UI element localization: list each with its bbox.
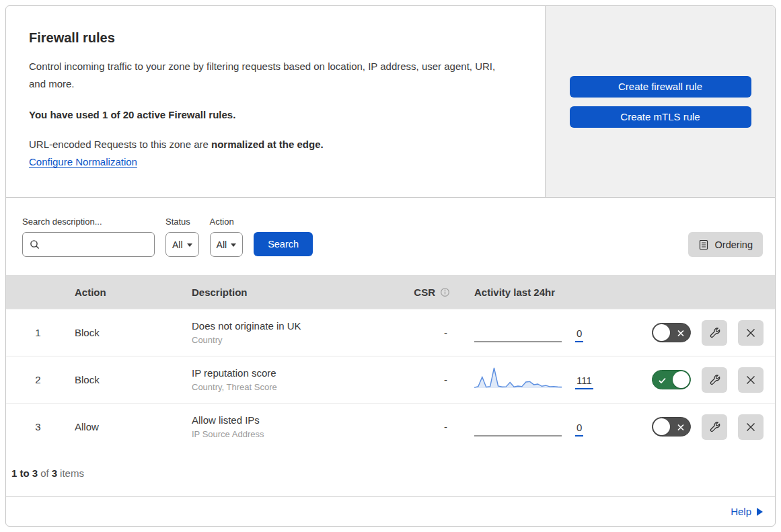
rule-enabled-toggle[interactable] — [652, 417, 691, 436]
table-header: Action Description CSR Activity last 24h… — [6, 275, 775, 309]
close-icon — [746, 422, 755, 432]
check-icon — [659, 374, 666, 385]
search-input[interactable] — [44, 239, 154, 251]
edit-rule-button[interactable] — [702, 414, 727, 440]
edit-rule-button[interactable] — [702, 367, 727, 393]
rule-description: Allow listed IPs — [192, 414, 396, 426]
rule-action: Allow — [70, 421, 188, 432]
items-label: items — [60, 467, 84, 479]
rule-description: Does not originate in UK — [192, 320, 396, 332]
actions-panel: Create firewall rule Create mTLS rule — [545, 6, 775, 197]
edit-rule-button[interactable] — [702, 320, 727, 346]
rule-controls — [622, 367, 775, 393]
rule-action: Block — [70, 327, 188, 338]
filter-bar: Search description... Status All Action … — [6, 198, 775, 275]
page-description: Control incoming traffic to your zone by… — [29, 58, 510, 93]
activity-count-link[interactable]: 0 — [575, 329, 583, 342]
chevron-down-icon — [231, 243, 236, 247]
help-bar: Help — [6, 497, 775, 526]
status-value: All — [172, 239, 183, 250]
ordering-list-icon — [698, 239, 709, 250]
wrench-icon — [709, 421, 720, 432]
activity-count-link[interactable]: 0 — [575, 423, 583, 436]
rule-criteria: Country, Threat Score — [192, 382, 396, 392]
rule-description-cell: Does not originate in UK Country — [188, 320, 396, 345]
col-activity: Activity last 24hr — [454, 287, 622, 298]
col-description: Description — [188, 287, 396, 298]
x-icon — [677, 421, 684, 432]
rule-enabled-toggle[interactable] — [652, 370, 691, 389]
rule-priority: 2 — [6, 374, 70, 385]
page-title: Firewall rules — [29, 30, 525, 46]
delete-rule-button[interactable] — [738, 414, 764, 440]
action-value: All — [217, 239, 227, 250]
items-range: 1 to 3 — [11, 467, 38, 479]
x-icon — [677, 327, 684, 338]
info-icon[interactable] — [440, 287, 450, 297]
rule-csr: - — [396, 374, 454, 385]
close-icon — [746, 375, 755, 385]
toggle-knob — [653, 418, 670, 435]
wrench-icon — [709, 374, 720, 385]
pagination-summary: 1 to 3 of 3 items — [6, 450, 775, 497]
search-icon — [30, 239, 40, 250]
action-filter-field: Action All — [210, 217, 244, 257]
activity-count-link[interactable]: 111 — [575, 376, 593, 389]
create-mtls-rule-button[interactable]: Create mTLS rule — [570, 106, 751, 128]
help-link[interactable]: Help — [731, 506, 751, 517]
rule-enabled-toggle[interactable] — [652, 323, 691, 342]
toggle-knob — [653, 324, 670, 341]
configure-normalization-link[interactable]: Configure Normalization — [29, 156, 137, 167]
status-label: Status — [165, 217, 199, 227]
rule-priority: 1 — [6, 327, 70, 338]
status-select[interactable]: All — [165, 232, 199, 257]
activity-sparkline-flat — [474, 341, 562, 342]
create-firewall-rule-button[interactable]: Create firewall rule — [570, 76, 751, 98]
rule-description: IP reputation score — [192, 367, 396, 379]
normalization-bold-text: normalized at the edge. — [211, 139, 324, 150]
ordering-button[interactable]: Ordering — [688, 232, 763, 257]
activity-sparkline-flat — [474, 435, 562, 436]
rule-activity-cell: 0 — [454, 404, 622, 450]
header-content: Firewall rules Control incoming traffic … — [6, 6, 545, 197]
action-label: Action — [210, 217, 244, 227]
delete-rule-button[interactable] — [738, 320, 764, 346]
search-box[interactable] — [22, 232, 155, 257]
rule-priority: 3 — [6, 421, 70, 432]
rule-criteria: Country — [192, 335, 396, 345]
normalization-text: URL-encoded Requests to this zone are — [29, 139, 209, 150]
rule-csr: - — [396, 327, 454, 338]
status-filter-field: Status All — [165, 217, 199, 257]
close-icon — [746, 328, 755, 338]
ordering-label: Ordering — [715, 239, 753, 250]
rule-activity-cell: 111 — [454, 356, 622, 403]
firewall-rules-panel: Firewall rules Control incoming traffic … — [5, 5, 776, 527]
rule-description-cell: Allow listed IPs IP Source Address — [188, 414, 396, 439]
col-action: Action — [70, 287, 188, 298]
csr-label: CSR — [414, 287, 435, 298]
usage-summary: You have used 1 of 20 active Firewall ru… — [29, 109, 525, 120]
search-button[interactable]: Search — [254, 232, 313, 256]
table-row: 3 Allow Allow listed IPs IP Source Addre… — [6, 403, 775, 450]
items-of-text: of — [40, 467, 49, 479]
rule-criteria: IP Source Address — [192, 429, 396, 439]
chevron-down-icon — [187, 243, 192, 247]
search-field: Search description... — [22, 217, 155, 257]
toggle-knob — [673, 371, 690, 388]
normalization-note: URL-encoded Requests to this zone are no… — [29, 139, 525, 150]
wrench-icon — [709, 327, 720, 338]
delete-rule-button[interactable] — [738, 367, 764, 393]
rule-action: Block — [70, 374, 188, 385]
rule-csr: - — [396, 421, 454, 432]
table-row: 2 Block IP reputation score Country, Thr… — [6, 356, 775, 403]
search-label: Search description... — [22, 217, 155, 227]
col-csr: CSR — [396, 287, 454, 298]
items-total: 3 — [52, 467, 57, 479]
action-select[interactable]: All — [210, 232, 244, 257]
header-section: Firewall rules Control incoming traffic … — [6, 6, 775, 198]
help-arrow-icon — [757, 508, 763, 516]
table-row: 1 Block Does not originate in UK Country… — [6, 309, 775, 356]
activity-sparkline-chart — [474, 365, 562, 389]
rule-activity-cell: 0 — [454, 309, 622, 356]
rule-controls — [622, 320, 775, 346]
